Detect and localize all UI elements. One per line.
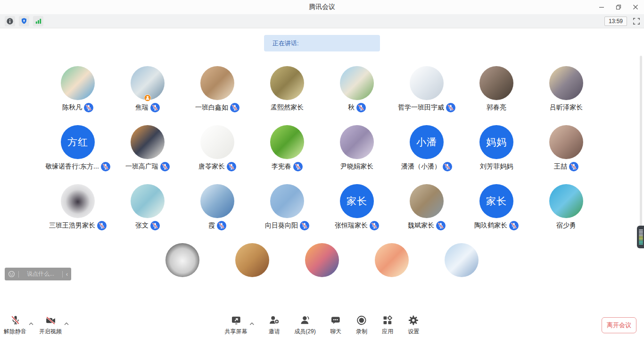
invite-button[interactable]: 邀请 (268, 314, 280, 336)
participant-nameline: 孟熙然家长 (271, 103, 304, 112)
restore-button[interactable] (610, 0, 627, 14)
emoji-icon[interactable] (8, 270, 15, 278)
divider (18, 271, 19, 278)
avatar (235, 243, 269, 277)
participant-name: 孟熙然家长 (271, 103, 304, 112)
participant-tile[interactable]: 李宪春 (252, 125, 322, 171)
record-button[interactable]: 录制 (356, 314, 368, 336)
avatar-text: 家长 (486, 194, 507, 208)
grid-scrollbar[interactable] (640, 56, 642, 231)
participant-tile[interactable] (217, 243, 287, 277)
members-button[interactable]: 成员(29) (294, 314, 315, 336)
mic-options-chevron-icon[interactable] (29, 322, 33, 325)
apps-button[interactable]: 应用 (382, 314, 394, 336)
participant-nameline: 王喆 (554, 162, 578, 171)
participant-tile[interactable] (287, 243, 357, 277)
participant-nameline: 张文 (135, 221, 160, 230)
fullscreen-icon[interactable] (633, 17, 640, 25)
participant-tile[interactable]: 魏斌家长 (392, 184, 462, 230)
participant-tile[interactable]: 郭春亮 (462, 66, 531, 112)
shield-icon (20, 17, 28, 25)
meter-stripe (639, 241, 643, 242)
participant-tile[interactable] (427, 243, 496, 277)
participant-name: 秋 (348, 103, 355, 112)
participant-tile[interactable]: 一班白鑫如 (182, 66, 252, 112)
participant-tile[interactable]: 张文 (113, 184, 182, 230)
leave-meeting-button[interactable]: 离开会议 (602, 317, 636, 333)
participant-tile[interactable]: 王喆 (531, 125, 601, 171)
participant-tile[interactable]: 三班王浩男家长 (43, 184, 113, 230)
quick-chat-box[interactable]: 说点什么... ‹ (5, 268, 71, 280)
participant-nameline: 霞 (208, 221, 226, 230)
participant-tile[interactable]: 孟熙然家长 (252, 66, 322, 112)
participant-tile[interactable]: 家长 陶玖鹤家长 (462, 184, 531, 230)
meter-stripe (639, 244, 643, 245)
participant-nameline: 李宪春 (272, 162, 303, 171)
participant-tile[interactable]: 向日葵向阳 (252, 184, 322, 230)
avatar (549, 125, 583, 159)
avatar (445, 243, 479, 277)
participant-tile[interactable]: 妈妈 刘芳菲妈妈 (462, 125, 531, 171)
meeting-info-button[interactable] (5, 16, 15, 26)
avatar (200, 66, 234, 100)
record-label: 录制 (356, 328, 367, 336)
avatar: 小潘 (410, 125, 444, 159)
security-button[interactable] (19, 16, 29, 26)
participant-tile[interactable]: 秋 (322, 66, 392, 112)
close-button[interactable] (627, 0, 644, 14)
participant-tile[interactable]: 焦瑞 (113, 66, 182, 112)
participant-nameline: 秋 (348, 103, 366, 112)
share-screen-label: 共享屏幕 (224, 328, 247, 336)
mic-muted-badge-icon (300, 221, 309, 230)
participant-tile[interactable]: 宿少勇 (531, 184, 601, 230)
settings-label: 设置 (408, 328, 419, 336)
participant-name: 魏斌家长 (408, 221, 434, 230)
mic-muted-badge-icon (150, 103, 160, 112)
participant-tile[interactable]: 方红 敬缘诺香行:东方... (43, 125, 113, 171)
participant-tile[interactable]: 哲学一班田宇威 (392, 66, 462, 112)
participant-tile[interactable]: 家长 张恒瑞家长 (322, 184, 392, 230)
participant-tile[interactable]: 唐苓家长 (182, 125, 252, 171)
mic-muted-badge-icon (97, 221, 107, 230)
participant-tile[interactable]: 小潘 潘潘（小潘） (392, 125, 462, 171)
participant-tile[interactable]: 陈秋凡 (43, 66, 113, 112)
participant-nameline: 陶玖鹤家长 (474, 221, 519, 230)
bottom-toolbar: 解除静音 开启视频 (0, 312, 644, 338)
settings-button[interactable]: 设置 (408, 314, 420, 336)
avatar (549, 66, 583, 100)
video-options-chevron-icon[interactable] (64, 322, 69, 325)
chat-button[interactable]: 聊天 (330, 314, 342, 336)
participant-tile[interactable]: 尹晓娟家长 (322, 125, 392, 171)
mic-muted-badge-icon (509, 221, 519, 230)
participant-name: 唐苓家长 (198, 162, 225, 171)
avatar (200, 125, 234, 159)
participant-nameline: 吕昕泽家长 (550, 103, 583, 112)
avatar (340, 66, 374, 100)
avatar (131, 125, 165, 159)
participant-tile[interactable]: 吕昕泽家长 (531, 66, 601, 112)
chat-input-placeholder[interactable]: 说点什么... (22, 270, 59, 278)
avatar-text: 方红 (67, 135, 88, 149)
network-status-button[interactable] (33, 16, 43, 26)
start-video-button[interactable]: 开启视频 (39, 314, 62, 336)
minimize-button[interactable] (593, 0, 610, 14)
participant-row: 陈秋凡 (0, 66, 644, 112)
share-screen-button[interactable]: 共享屏幕 (224, 314, 247, 336)
participant-tile[interactable] (357, 243, 427, 277)
unmute-button[interactable]: 解除静音 (4, 314, 26, 336)
participant-nameline: 刘芳菲妈妈 (480, 162, 513, 171)
participant-tile[interactable]: 一班高广瑞 (113, 125, 182, 171)
participant-name: 敬缘诺香行:东方... (45, 162, 99, 171)
chat-collapse-chevron[interactable]: ‹ (66, 271, 68, 278)
share-options-chevron-icon[interactable] (249, 322, 254, 325)
participant-nameline: 一班白鑫如 (195, 103, 239, 112)
info-icon (6, 17, 14, 25)
avatar: 方红 (61, 125, 95, 159)
meter-stripe (639, 242, 643, 243)
participant-row (0, 243, 644, 277)
participant-name: 焦瑞 (135, 103, 149, 112)
unmute-label: 解除静音 (4, 328, 26, 336)
participant-tile[interactable]: 霞 (182, 184, 252, 230)
avatar-text: 小潘 (416, 135, 437, 149)
participant-tile[interactable] (148, 243, 217, 277)
